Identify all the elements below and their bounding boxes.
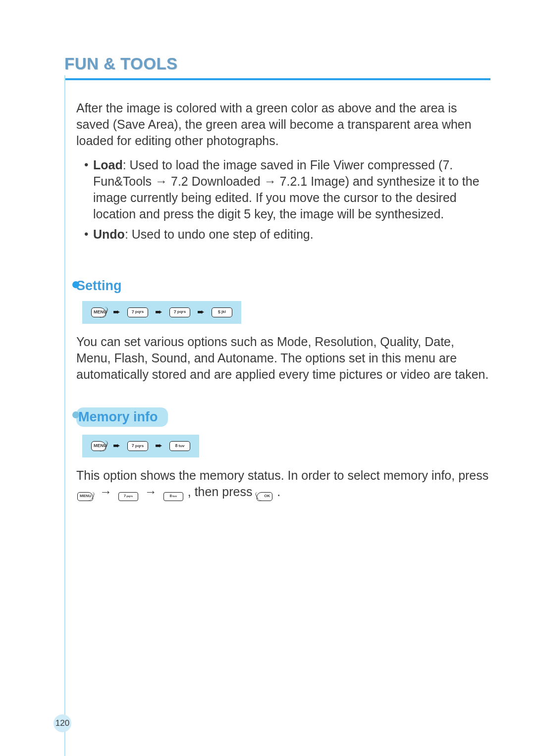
ok-softkey-icon: OK <box>257 492 272 501</box>
key-8-icon: 8tuv <box>163 492 183 501</box>
key-sequence-strip: MENU ➨ 7pqrs ➨ 7pqrs ➨ 5jkl <box>82 301 241 324</box>
key-7-icon: 7pqrs <box>169 307 190 317</box>
title-underline <box>64 78 490 80</box>
memory-text-then: , then press <box>188 485 256 499</box>
arrow-icon: ➨ <box>155 440 162 452</box>
term-load: Load <box>93 158 123 172</box>
setting-paragraph: You can set various options such as Mode… <box>76 334 490 383</box>
page-number: 120 <box>54 714 71 732</box>
key-7-icon: 7pqrs <box>118 492 138 501</box>
term-undo: Undo <box>93 227 125 241</box>
load-text-2: 7.2 Downloaded <box>167 174 264 188</box>
memory-paragraph: This option shows the memory status. In … <box>76 467 490 501</box>
menu-softkey-icon: MENU <box>91 307 106 317</box>
list-item: Load: Used to load the image saved in Fi… <box>84 157 490 222</box>
section-setting: Setting MENU ➨ 7pqrs ➨ 7pqrs ➨ 5jkl You … <box>76 277 490 383</box>
section-title-setting: Setting <box>76 277 490 295</box>
section-title-memory: Memory info <box>76 407 168 427</box>
memory-text-1: This option shows the memory status. In … <box>76 468 488 482</box>
arrow-icon: ➨ <box>155 306 162 318</box>
side-vertical-line <box>64 75 65 756</box>
bullet-dot-icon <box>72 411 79 418</box>
bullet-list: Load: Used to load the image saved in Fi… <box>76 157 490 243</box>
arrow-right-icon: → <box>264 174 276 188</box>
key-5-icon: 5jkl <box>212 307 232 317</box>
bullet-dot-icon <box>72 281 79 288</box>
menu-softkey-icon: MENU <box>77 492 93 501</box>
arrow-icon: ➨ <box>113 440 120 452</box>
manual-page: FUN & TOOLS After the image is colored w… <box>0 0 535 756</box>
page-content: After the image is colored with a green … <box>76 100 490 501</box>
undo-text: : Used to undo one step of editing. <box>125 227 314 241</box>
arrow-right-icon: → <box>100 485 112 499</box>
key-7-icon: 7pqrs <box>127 441 148 451</box>
arrow-icon: ➨ <box>197 306 205 318</box>
memory-text-end: . <box>277 485 280 499</box>
page-title: FUN & TOOLS <box>64 54 490 73</box>
arrow-icon: ➨ <box>113 306 120 318</box>
section-memory-info: Memory info MENU ➨ 7pqrs ➨ 8tuv This opt… <box>76 407 490 501</box>
key-7-icon: 7pqrs <box>127 307 148 317</box>
menu-softkey-icon: MENU <box>91 441 106 451</box>
arrow-right-icon: → <box>145 485 157 499</box>
intro-paragraph: After the image is colored with a green … <box>76 100 490 149</box>
list-item: Undo: Used to undo one step of editing. <box>84 226 490 243</box>
arrow-right-icon: → <box>155 174 167 188</box>
key-sequence-strip: MENU ➨ 7pqrs ➨ 8tuv <box>82 435 199 457</box>
key-8-icon: 8tuv <box>169 441 190 451</box>
